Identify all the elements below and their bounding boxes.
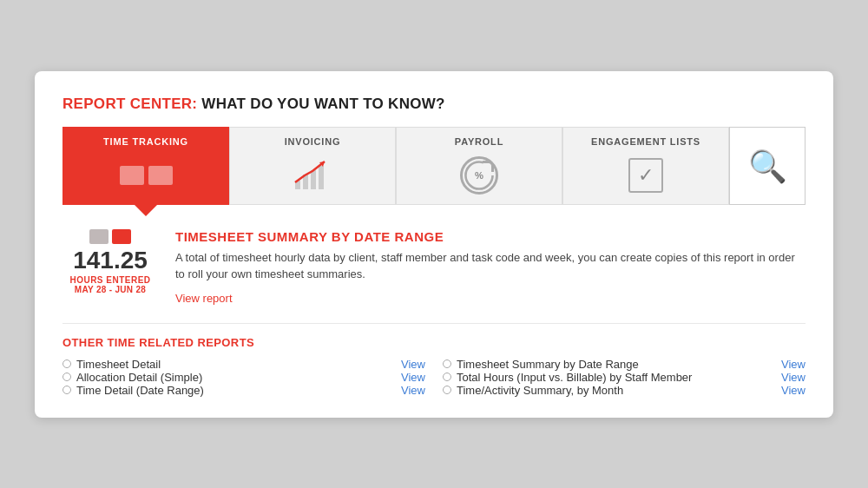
summary-desc: A total of timesheet hourly data by clie… xyxy=(175,249,806,283)
tabs-container: TIME TRACKING INVOICING xyxy=(62,127,806,205)
summary-section: 141.25 HOURS ENTERED MAY 28 - JUN 28 TIM… xyxy=(62,229,806,306)
svg-text:%: % xyxy=(475,170,483,181)
report-row: Timesheet Detail View xyxy=(62,358,425,371)
tab-engagement-icon-area: ✓ xyxy=(628,154,663,204)
stat-number: 141.25 xyxy=(73,247,148,274)
svg-rect-3 xyxy=(319,166,324,189)
tab-invoicing-icon-area xyxy=(292,154,333,204)
report-row: Total Hours (Input vs. Billable) by Staf… xyxy=(443,371,806,384)
stat-label: HOURS ENTERED xyxy=(69,275,150,285)
summary-content: TIMESHEET SUMMARY BY DATE RANGE A total … xyxy=(175,229,806,306)
report-radio[interactable] xyxy=(62,373,71,381)
report-name: Timesheet Detail xyxy=(76,358,392,371)
report-radio[interactable] xyxy=(443,359,451,368)
checkmark-icon: ✓ xyxy=(638,164,654,187)
svg-rect-2 xyxy=(311,170,316,189)
page-title: REPORT CENTER: WHAT DO YOU WANT TO KNOW? xyxy=(62,96,806,113)
report-view-link[interactable]: View xyxy=(401,371,425,384)
summary-title: TIMESHEET SUMMARY BY DATE RANGE xyxy=(175,229,806,244)
tab-invoicing-label: INVOICING xyxy=(285,136,341,154)
report-name: Time Detail (Date Range) xyxy=(76,384,392,397)
tt-rect-1 xyxy=(120,166,144,185)
report-radio[interactable] xyxy=(62,359,71,368)
view-report-link[interactable]: View report xyxy=(175,292,233,305)
mini-rect-red xyxy=(112,229,131,244)
report-name: Total Hours (Input vs. Billable) by Staf… xyxy=(457,371,773,384)
tab-time-tracking-icon-area xyxy=(120,154,173,204)
engagement-checkbox-icon: ✓ xyxy=(628,158,663,193)
other-reports-title: OTHER TIME RELATED REPORTS xyxy=(62,336,806,349)
title-bold: WHAT DO YOU WANT TO KNOW? xyxy=(201,96,444,112)
reports-right-col: Timesheet Summary by Date Range View Tot… xyxy=(443,358,806,397)
divider xyxy=(62,323,806,324)
report-name: Timesheet Summary by Date Range xyxy=(457,358,773,371)
tab-time-tracking[interactable]: TIME TRACKING xyxy=(62,127,229,205)
tab-payroll-icon-area: % xyxy=(460,154,498,204)
report-row: Time Detail (Date Range) View xyxy=(62,384,425,397)
report-name: Allocation Detail (Simple) xyxy=(76,371,392,384)
report-center-card: REPORT CENTER: WHAT DO YOU WANT TO KNOW?… xyxy=(35,71,833,418)
tab-search-icon-area: 🔍 xyxy=(748,136,787,204)
stat-date: MAY 28 - JUN 28 xyxy=(75,285,146,294)
payroll-percent-icon: % xyxy=(460,156,498,195)
invoicing-chart-icon xyxy=(292,158,333,193)
report-radio[interactable] xyxy=(443,373,451,381)
stat-block: 141.25 HOURS ENTERED MAY 28 - JUN 28 xyxy=(62,229,158,295)
reports-left-col: Timesheet Detail View Allocation Detail … xyxy=(62,358,425,397)
report-view-link[interactable]: View xyxy=(781,384,806,397)
tab-time-tracking-label: TIME TRACKING xyxy=(103,136,188,154)
report-view-link[interactable]: View xyxy=(781,371,806,384)
report-radio[interactable] xyxy=(443,386,451,394)
report-row: Time/Activity Summary, by Month View xyxy=(443,384,806,397)
tab-invoicing[interactable]: INVOICING xyxy=(229,127,396,205)
report-view-link[interactable]: View xyxy=(401,384,425,397)
tt-rect-2 xyxy=(148,166,173,185)
title-red: REPORT CENTER: xyxy=(62,96,197,112)
report-radio[interactable] xyxy=(62,386,71,394)
other-reports-section: OTHER TIME RELATED REPORTS Timesheet Det… xyxy=(62,336,806,397)
tab-payroll[interactable]: PAYROLL % xyxy=(396,127,562,205)
report-name: Time/Activity Summary, by Month xyxy=(457,384,773,397)
tab-engagement-label: ENGAGEMENT LISTS xyxy=(591,136,700,154)
search-icon: 🔍 xyxy=(748,148,787,185)
report-view-link[interactable]: View xyxy=(781,358,806,371)
mini-icons xyxy=(89,229,131,244)
time-tracking-icon xyxy=(120,166,173,185)
tab-payroll-label: PAYROLL xyxy=(455,136,503,154)
tab-search[interactable]: 🔍 xyxy=(729,127,806,205)
tab-engagement-lists[interactable]: ENGAGEMENT LISTS ✓ xyxy=(562,127,729,205)
reports-grid: Timesheet Detail View Allocation Detail … xyxy=(62,358,806,397)
report-row: Timesheet Summary by Date Range View xyxy=(443,358,806,371)
report-row: Allocation Detail (Simple) View xyxy=(62,371,425,384)
mini-rect-gray xyxy=(89,229,108,244)
report-view-link[interactable]: View xyxy=(401,358,425,371)
